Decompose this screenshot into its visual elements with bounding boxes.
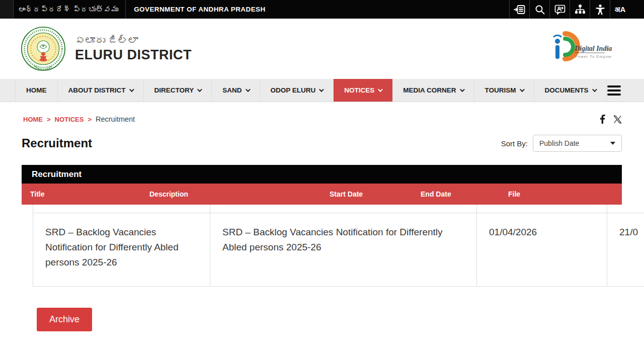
breadcrumb-notices-link[interactable]: NOTICES bbox=[55, 116, 84, 123]
chevron-down-icon bbox=[197, 87, 202, 92]
archive-button[interactable]: Archive bbox=[37, 308, 92, 331]
page-title-row: Recruitment Sort By: Publish Date bbox=[0, 124, 644, 152]
facebook-share-button[interactable] bbox=[600, 115, 605, 124]
ap-state-emblem bbox=[20, 25, 66, 73]
cell-start-date: 01/04/2026 bbox=[477, 213, 607, 286]
govt-title-telugu: ఆంధ్రప్రదేశ్ ప్రభుత్వము bbox=[14, 0, 125, 19]
govt-title-english: GOVERNMENT OF ANDHRA PRADESH bbox=[126, 0, 273, 19]
facebook-icon bbox=[600, 115, 605, 124]
sitemap-button[interactable] bbox=[570, 0, 590, 19]
hamburger-menu-icon[interactable] bbox=[607, 79, 621, 102]
x-twitter-share-button[interactable] bbox=[613, 115, 622, 124]
language-toggle-button[interactable]: अA bbox=[610, 0, 630, 19]
page-title: Recruitment bbox=[22, 136, 92, 150]
cell-description: SRD – Backlog Vacancies Notification for… bbox=[210, 213, 477, 286]
breadcrumb-separator: > bbox=[47, 116, 51, 123]
main-navigation: HOME ABOUT DISTRICT DIRECTORY SAND ODOP … bbox=[0, 79, 644, 102]
nav-item-documents[interactable]: DOCUMENTS bbox=[534, 79, 607, 102]
nav-item-tourism[interactable]: TOURISM bbox=[474, 79, 534, 102]
nav-item-notices[interactable]: NOTICES bbox=[334, 79, 392, 102]
table-body: SRD – Backlog Vacancies Notification for… bbox=[33, 205, 644, 287]
nav-item-sand[interactable]: SAND bbox=[212, 79, 260, 102]
government-topbar: ఆంధ్రప్రదేశ్ ప్రభుత్వము GOVERNMENT OF AN… bbox=[0, 0, 644, 19]
table-header-row: Title Description Start Date End Date Fi… bbox=[22, 184, 622, 205]
site-header: ఏలూరు జిల్లా ELURU DISTRICT Digital Indi… bbox=[0, 19, 644, 79]
chevron-down-icon bbox=[245, 87, 250, 92]
chevron-down-icon bbox=[520, 87, 525, 92]
column-header-description: Description bbox=[141, 184, 321, 205]
table-row: SRD – Backlog Vacancies Notification for… bbox=[33, 213, 644, 287]
column-header-title: Title bbox=[22, 184, 141, 205]
login-icon bbox=[514, 4, 526, 15]
accessibility-button[interactable] bbox=[590, 0, 610, 19]
topbar-corner-block bbox=[0, 0, 14, 19]
breadcrumb-home-link[interactable]: HOME bbox=[23, 116, 43, 123]
accessibility-icon bbox=[595, 4, 606, 15]
chevron-down-icon bbox=[460, 87, 465, 92]
chevron-down-icon bbox=[129, 87, 134, 92]
chevron-down-icon bbox=[592, 87, 597, 92]
search-icon bbox=[534, 4, 545, 15]
table-spacer-row bbox=[33, 205, 644, 213]
sort-by-select[interactable]: Publish Date bbox=[533, 135, 622, 152]
feedback-icon bbox=[554, 4, 566, 15]
x-twitter-icon bbox=[613, 115, 622, 124]
column-header-start-date: Start Date bbox=[321, 184, 412, 205]
table-caption: Recruitment bbox=[22, 165, 622, 184]
sort-by-value: Publish Date bbox=[539, 139, 579, 147]
recruitment-table: Recruitment Title Description Start Date… bbox=[22, 165, 622, 287]
digital-india-tagline: Power To Empower bbox=[575, 54, 612, 59]
digital-india-logo: Digital India Power To Empower bbox=[546, 30, 612, 68]
column-header-end-date: End Date bbox=[412, 184, 500, 205]
chevron-down-icon bbox=[378, 87, 383, 92]
breadcrumb: HOME > NOTICES > Recruitment bbox=[0, 102, 644, 124]
nav-item-media-corner[interactable]: MEDIA CORNER bbox=[392, 79, 474, 102]
breadcrumb-current: Recruitment bbox=[96, 115, 135, 123]
nav-item-about-district[interactable]: ABOUT DISTRICT bbox=[58, 79, 144, 102]
nav-item-directory[interactable]: DIRECTORY bbox=[144, 79, 212, 102]
nav-item-home[interactable]: HOME bbox=[15, 79, 58, 102]
login-button[interactable] bbox=[509, 0, 529, 19]
district-name-english: ELURU DISTRICT bbox=[75, 47, 192, 63]
select-caret-icon bbox=[610, 142, 615, 145]
feedback-button[interactable] bbox=[549, 0, 570, 19]
sitemap-icon bbox=[574, 4, 586, 15]
digital-india-text: Digital India bbox=[574, 45, 612, 52]
chevron-down-icon bbox=[319, 87, 324, 92]
language-icon: अA bbox=[615, 6, 626, 13]
cell-end-date: 21/0 bbox=[607, 213, 644, 286]
search-button[interactable] bbox=[529, 0, 549, 19]
cell-title: SRD – Backlog Vacancies Notification for… bbox=[33, 213, 210, 286]
district-logo-link[interactable]: ఏలూరు జిల్లా ELURU DISTRICT bbox=[20, 25, 192, 73]
sort-by-label: Sort By: bbox=[501, 139, 528, 148]
breadcrumb-separator: > bbox=[88, 116, 92, 123]
district-name-telugu: ఏలూరు జిల్లా bbox=[75, 35, 192, 46]
nav-item-odop-eluru[interactable]: ODOP ELURU bbox=[260, 79, 334, 102]
column-header-file: File bbox=[500, 184, 622, 205]
